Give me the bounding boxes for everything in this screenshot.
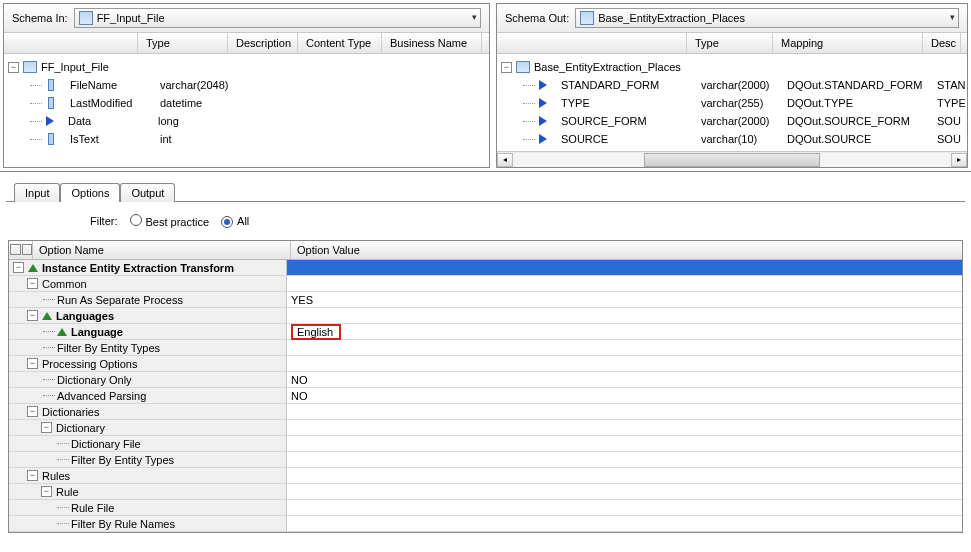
schema-in-value: FF_Input_File [97, 12, 165, 24]
schema-in-tree[interactable]: − FF_Input_File FileName varchar(2048) L… [4, 54, 489, 167]
tab-input[interactable]: Input [14, 183, 60, 202]
schema-out-tree[interactable]: − Base_EntityExtraction_Places STANDARD_… [497, 54, 967, 151]
option-row[interactable]: Advanced Parsing NO [9, 388, 962, 404]
tree-column[interactable]: STANDARD_FORM varchar(2000) DQOut.STANDA… [501, 76, 967, 94]
option-check-header[interactable] [9, 241, 33, 259]
collapse-icon[interactable]: − [501, 62, 512, 73]
option-row[interactable]: Run As Separate Process YES [9, 292, 962, 308]
col-header-desc[interactable]: Desc [923, 33, 961, 53]
col-type: int [152, 133, 242, 145]
arrow-icon [46, 116, 54, 126]
option-value[interactable] [287, 340, 962, 355]
col-header-blank[interactable] [497, 33, 687, 53]
col-header-content-type[interactable]: Content Type [298, 33, 382, 53]
option-row[interactable]: −Instance Entity Extraction Transform [9, 260, 962, 276]
option-value[interactable]: English [287, 324, 962, 339]
filter-row: Filter: Best practice All [6, 202, 965, 240]
col-name: LastModified [62, 97, 152, 109]
option-value[interactable] [287, 468, 962, 483]
tree-column[interactable]: Data long [8, 112, 489, 130]
tab-strip: Input Options Output [6, 182, 965, 202]
col-type: varchar(2000) [693, 79, 779, 91]
col-header-blank[interactable] [4, 33, 138, 53]
tab-output[interactable]: Output [120, 183, 175, 202]
scroll-thumb[interactable] [644, 153, 819, 167]
triangle-icon [28, 264, 38, 272]
option-value[interactable] [287, 452, 962, 467]
expand-icon[interactable]: − [27, 406, 38, 417]
option-value[interactable] [287, 436, 962, 451]
schema-out-pane: Schema Out: Base_EntityExtraction_Places… [496, 3, 968, 168]
option-value[interactable]: YES [287, 292, 962, 307]
schema-out-dropdown[interactable]: Base_EntityExtraction_Places ▾ [575, 8, 959, 28]
filter-best-practice[interactable]: Best practice [130, 214, 210, 228]
horizontal-scrollbar[interactable]: ◂ ▸ [497, 151, 967, 167]
tree-column[interactable]: LastModified datetime [8, 94, 489, 112]
col-header-desc[interactable]: Description [228, 33, 298, 53]
table-icon [516, 61, 530, 73]
schema-out-value: Base_EntityExtraction_Places [598, 12, 745, 24]
option-value[interactable] [287, 484, 962, 499]
option-value[interactable]: NO [287, 388, 962, 403]
option-row[interactable]: −Rules [9, 468, 962, 484]
col-header-mapping[interactable]: Mapping [773, 33, 923, 53]
option-value[interactable] [287, 516, 962, 531]
col-header-type[interactable]: Type [687, 33, 773, 53]
tree-column[interactable]: SOURCE varchar(10) DQOut.SOURCE SOU [501, 130, 967, 148]
option-row[interactable]: −Common [9, 276, 962, 292]
option-value[interactable]: NO [287, 372, 962, 387]
col-type: varchar(2048) [152, 79, 242, 91]
option-row[interactable]: Dictionary Only NO [9, 372, 962, 388]
expand-icon[interactable]: − [27, 358, 38, 369]
col-mapping: DQOut.SOURCE [779, 133, 929, 145]
option-value[interactable] [287, 420, 962, 435]
tree-column[interactable]: SOURCE_FORM varchar(2000) DQOut.SOURCE_F… [501, 112, 967, 130]
tree-root[interactable]: − Base_EntityExtraction_Places [501, 58, 967, 76]
expand-icon[interactable]: − [13, 262, 24, 273]
expand-icon[interactable]: − [41, 422, 52, 433]
tree-column[interactable]: TYPE varchar(255) DQOut.TYPE TYPE [501, 94, 967, 112]
option-row[interactable]: Dictionary File [9, 436, 962, 452]
col-desc: TYPE [929, 97, 967, 109]
option-row[interactable]: −Dictionary [9, 420, 962, 436]
option-value[interactable] [287, 500, 962, 515]
option-row[interactable]: −Dictionaries [9, 404, 962, 420]
option-value-header[interactable]: Option Value [291, 241, 962, 259]
option-value[interactable] [287, 356, 962, 371]
option-name-header[interactable]: Option Name [33, 241, 291, 259]
option-value[interactable] [287, 404, 962, 419]
scroll-left-icon[interactable]: ◂ [497, 153, 513, 167]
tree-column[interactable]: IsText int [8, 130, 489, 148]
option-value[interactable] [287, 260, 962, 275]
collapse-icon[interactable]: − [8, 62, 19, 73]
col-header-type[interactable]: Type [138, 33, 228, 53]
option-row[interactable]: −Processing Options [9, 356, 962, 372]
option-name: Rule File [71, 502, 114, 514]
expand-icon[interactable]: − [27, 310, 38, 321]
col-desc: STAN [929, 79, 967, 91]
arrow-icon [539, 116, 547, 126]
col-desc: SOU [929, 133, 967, 145]
option-name: Dictionaries [42, 406, 99, 418]
option-row[interactable]: Filter By Entity Types [9, 340, 962, 356]
option-row[interactable]: Filter By Entity Types [9, 452, 962, 468]
option-value[interactable] [287, 276, 962, 291]
filter-all[interactable]: All [221, 215, 249, 228]
expand-icon[interactable]: − [27, 278, 38, 289]
tree-column[interactable]: FileName varchar(2048) [8, 76, 489, 94]
scroll-right-icon[interactable]: ▸ [951, 153, 967, 167]
option-row[interactable]: Rule File [9, 500, 962, 516]
option-row[interactable]: −Rule [9, 484, 962, 500]
tab-options[interactable]: Options [60, 183, 120, 202]
scroll-track[interactable] [513, 153, 951, 167]
option-row[interactable]: Filter By Rule Names [9, 516, 962, 532]
schema-in-dropdown[interactable]: FF_Input_File ▾ [74, 8, 481, 28]
expand-icon[interactable]: − [41, 486, 52, 497]
col-mapping: DQOut.TYPE [779, 97, 929, 109]
option-value[interactable] [287, 308, 962, 323]
expand-icon[interactable]: − [27, 470, 38, 481]
option-row[interactable]: −Languages [9, 308, 962, 324]
option-row[interactable]: Language English [9, 324, 962, 340]
col-header-business-name[interactable]: Business Name [382, 33, 482, 53]
tree-root[interactable]: − FF_Input_File [8, 58, 489, 76]
